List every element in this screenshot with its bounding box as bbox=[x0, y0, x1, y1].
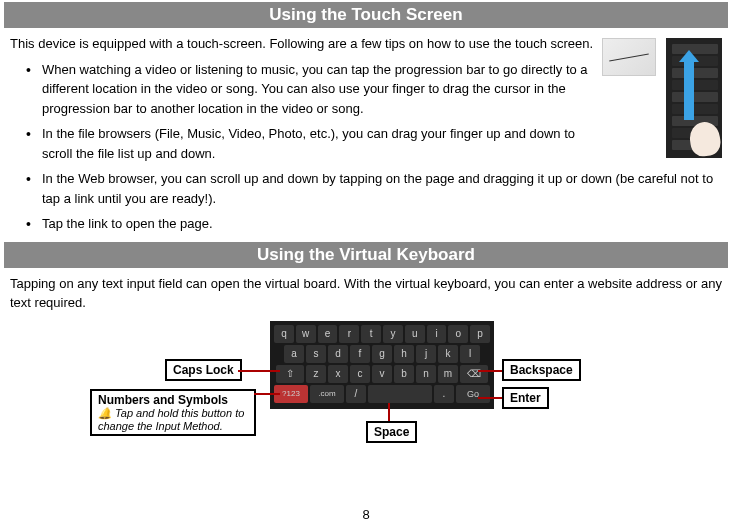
key-v: v bbox=[372, 365, 392, 383]
key-space bbox=[368, 385, 432, 403]
key-enter: Go bbox=[456, 385, 490, 403]
key-caps-lock: ⇧ bbox=[276, 365, 304, 383]
touch-bullet: In the file browsers (File, Music, Video… bbox=[26, 124, 722, 163]
key-backspace: ⌫ bbox=[460, 365, 488, 383]
key-i: i bbox=[427, 325, 447, 343]
key-g: g bbox=[372, 345, 392, 363]
key-j: j bbox=[416, 345, 436, 363]
key-o: o bbox=[448, 325, 468, 343]
key-a: a bbox=[284, 345, 304, 363]
touch-bullet: In the Web browser, you can scroll up an… bbox=[26, 169, 722, 208]
key-z: z bbox=[306, 365, 326, 383]
keyboard-content: Tapping on any text input field can open… bbox=[0, 274, 732, 481]
key-u: u bbox=[405, 325, 425, 343]
callout-numsym-title: Numbers and Symbols bbox=[98, 393, 228, 407]
callout-space: Space bbox=[366, 421, 417, 443]
section-title-keyboard: Using the Virtual Keyboard bbox=[4, 242, 728, 268]
key-w: w bbox=[296, 325, 316, 343]
key-e: e bbox=[318, 325, 338, 343]
touch-content: This device is equipped with a touch-scr… bbox=[0, 34, 732, 240]
key-x: x bbox=[328, 365, 348, 383]
key-dotcom: .com bbox=[310, 385, 344, 403]
key-s: s bbox=[306, 345, 326, 363]
touch-bullet-list: When watching a video or listening to mu… bbox=[10, 60, 722, 234]
key-k: k bbox=[438, 345, 458, 363]
key-h: h bbox=[394, 345, 414, 363]
section-title-touch: Using the Touch Screen bbox=[4, 2, 728, 28]
key-c: c bbox=[350, 365, 370, 383]
key-y: y bbox=[383, 325, 403, 343]
key-r: r bbox=[339, 325, 359, 343]
key-p: p bbox=[470, 325, 490, 343]
key-n: n bbox=[416, 365, 436, 383]
key-slash: / bbox=[346, 385, 366, 403]
touch-bullet: Tap the link to open the page. bbox=[26, 214, 722, 234]
key-q: q bbox=[274, 325, 294, 343]
key-f: f bbox=[350, 345, 370, 363]
key-d: d bbox=[328, 345, 348, 363]
key-l: l bbox=[460, 345, 480, 363]
virtual-keyboard: q w e r t y u i o p a s d f g h j k l bbox=[270, 321, 494, 409]
key-t: t bbox=[361, 325, 381, 343]
key-m: m bbox=[438, 365, 458, 383]
page-number: 8 bbox=[0, 507, 732, 522]
key-dot: . bbox=[434, 385, 454, 403]
touch-bullet: When watching a video or listening to mu… bbox=[26, 60, 722, 119]
callout-numsym-sub: 🔔 Tap and hold this button to change the… bbox=[98, 407, 248, 432]
callout-numbers-symbols: Numbers and Symbols 🔔 Tap and hold this … bbox=[90, 389, 256, 436]
callout-enter: Enter bbox=[502, 387, 549, 409]
key-b: b bbox=[394, 365, 414, 383]
keyboard-diagram: q w e r t y u i o p a s d f g h j k l bbox=[10, 321, 722, 481]
keyboard-intro-text: Tapping on any text input field can open… bbox=[10, 274, 722, 313]
callout-caps-lock: Caps Lock bbox=[165, 359, 242, 381]
callout-backspace: Backspace bbox=[502, 359, 581, 381]
